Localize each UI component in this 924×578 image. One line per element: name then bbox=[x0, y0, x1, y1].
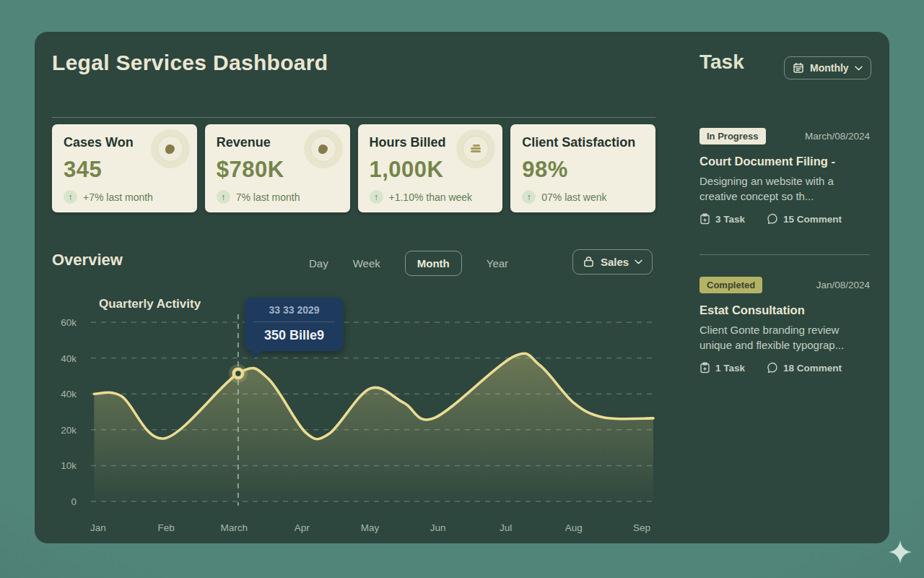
comment-count-label: 18 Comment bbox=[783, 363, 842, 374]
stat-trend: ↑ 7% last month bbox=[217, 190, 339, 204]
task-count-label: 1 Task bbox=[715, 363, 745, 374]
stat-card-revenue: Revenue $780K ↑ 7% last month bbox=[205, 124, 350, 212]
calendar-icon bbox=[793, 62, 804, 74]
stat-trend-text: 07% last wenk bbox=[541, 191, 606, 203]
task-description: Client Gonte branding review unique and … bbox=[699, 322, 870, 353]
stat-trend-text: 7% last month bbox=[236, 191, 300, 203]
task-sidebar: Task Monthly In Progress March/08/2024 C… bbox=[682, 32, 889, 543]
x-axis-label: May bbox=[361, 522, 380, 533]
arrow-up-icon: ↑ bbox=[370, 190, 383, 204]
x-axis-label: Feb bbox=[157, 522, 174, 533]
x-axis-label: Apr bbox=[295, 522, 310, 533]
sales-dropdown[interactable]: Sales bbox=[572, 249, 653, 275]
sparkle-icon bbox=[889, 540, 912, 564]
task-description: Designing an website with a creative con… bbox=[699, 173, 870, 204]
stat-trend: ↑ 07% last wenk bbox=[522, 190, 644, 204]
stat-trend-text: +1.10% than week bbox=[389, 191, 473, 203]
tab-day[interactable]: Day bbox=[309, 257, 328, 269]
comment-icon bbox=[767, 362, 778, 374]
monthly-dropdown[interactable]: Monthly bbox=[784, 56, 871, 79]
x-axis-label: Sep bbox=[633, 522, 650, 533]
chart-tooltip: 33 33 2029 350 Bille9 bbox=[245, 298, 344, 351]
quarterly-activity-chart: 60k40k40k20k10k0JanFebMarchAprMayJunJulA… bbox=[43, 293, 664, 538]
task-panel-title: Task bbox=[699, 51, 744, 74]
bag-icon bbox=[583, 256, 595, 268]
task-name: Estat Consultation bbox=[699, 303, 870, 317]
chevron-down-icon bbox=[635, 259, 642, 264]
tab-month[interactable]: Month bbox=[405, 251, 462, 276]
x-axis-label: Jan bbox=[90, 522, 106, 533]
header-divider bbox=[52, 117, 655, 118]
stat-label: Client Satisfaction bbox=[522, 135, 644, 150]
sales-dropdown-label: Sales bbox=[601, 256, 629, 268]
page-title: Legal Services Dashboard bbox=[52, 51, 328, 75]
arrow-up-icon: ↑ bbox=[64, 190, 77, 204]
comment-icon bbox=[767, 213, 778, 225]
stat-card-cases-won: Cases Won 345 ↑ +7% last month bbox=[52, 124, 197, 212]
task-divider bbox=[699, 254, 870, 255]
area-fill bbox=[94, 353, 653, 501]
tooltip-value: 350 Bille9 bbox=[245, 328, 344, 343]
task-item-court-document-filing[interactable]: In Progress March/08/2024 Court Document… bbox=[699, 128, 870, 225]
task-date: March/08/2024 bbox=[805, 131, 870, 142]
stat-trend-text: +7% last month bbox=[83, 191, 153, 203]
arrow-up-icon: ↑ bbox=[522, 190, 536, 204]
x-axis-label: Aug bbox=[565, 522, 583, 533]
y-axis-label: 0 bbox=[71, 496, 77, 507]
task-meta: 3 Task 15 Comment bbox=[699, 213, 870, 225]
period-tabs: Day Week Month Year bbox=[309, 249, 508, 277]
stat-trend: ↑ +1.10% than week bbox=[370, 190, 492, 204]
stat-label: Cases Won bbox=[64, 135, 186, 150]
stat-value: 98% bbox=[522, 157, 644, 183]
dashboard-panel: Legal Services Dashboard Cases Won 345 ↑… bbox=[35, 32, 889, 543]
y-axis-label: 20k bbox=[61, 425, 77, 436]
comment-count-label: 15 Comment bbox=[783, 214, 842, 225]
stat-trend: ↑ +7% last month bbox=[64, 190, 186, 204]
y-axis-label: 40k bbox=[61, 353, 77, 364]
status-badge: Completed bbox=[699, 277, 762, 293]
y-axis-label: 60k bbox=[61, 317, 77, 328]
monthly-dropdown-label: Monthly bbox=[810, 62, 849, 74]
stats-row: Cases Won 345 ↑ +7% last month Revenue $… bbox=[52, 124, 655, 212]
overview-title: Overview bbox=[52, 251, 123, 269]
arrow-up-icon: ↑ bbox=[217, 190, 230, 204]
stat-card-hours-billed: Hours Billed 1,000K ↑ +1.10% than week bbox=[358, 124, 503, 212]
x-axis-label: Jun bbox=[430, 522, 446, 533]
tooltip-date: 33 33 2029 bbox=[245, 304, 344, 316]
clipboard-icon bbox=[699, 362, 710, 374]
chart-title: Quarterly Activity bbox=[99, 297, 201, 311]
comment-count: 15 Comment bbox=[767, 213, 842, 225]
stat-label: Hours Billed bbox=[370, 135, 492, 150]
comment-count: 18 Comment bbox=[767, 362, 842, 374]
y-axis-label: 10k bbox=[61, 460, 77, 471]
stat-label: Revenue bbox=[217, 135, 339, 150]
x-axis-label: Jul bbox=[500, 522, 512, 533]
highlight-marker[interactable] bbox=[234, 369, 243, 378]
task-date: Jan/08/2024 bbox=[816, 280, 870, 290]
tooltip-divider bbox=[253, 322, 335, 322]
status-badge: In Progress bbox=[699, 128, 766, 144]
x-axis-label: March bbox=[220, 522, 248, 533]
task-meta: 1 Task 18 Comment bbox=[699, 362, 870, 374]
task-count: 1 Task bbox=[699, 362, 745, 374]
y-axis-label: 40k bbox=[61, 389, 77, 400]
tab-week[interactable]: Week bbox=[353, 257, 380, 269]
tab-year[interactable]: Year bbox=[487, 257, 508, 269]
task-count: 3 Task bbox=[699, 213, 745, 225]
stat-card-client-satisfaction: Client Satisfaction 98% ↑ 07% last wenk bbox=[510, 124, 655, 212]
task-item-estat-consultation[interactable]: Completed Jan/08/2024 Estat Consultation… bbox=[699, 277, 870, 374]
task-name: Court Document Filing - bbox=[699, 155, 870, 168]
chevron-down-icon bbox=[855, 66, 863, 71]
task-count-label: 3 Task bbox=[715, 214, 745, 225]
clipboard-icon bbox=[699, 213, 710, 225]
